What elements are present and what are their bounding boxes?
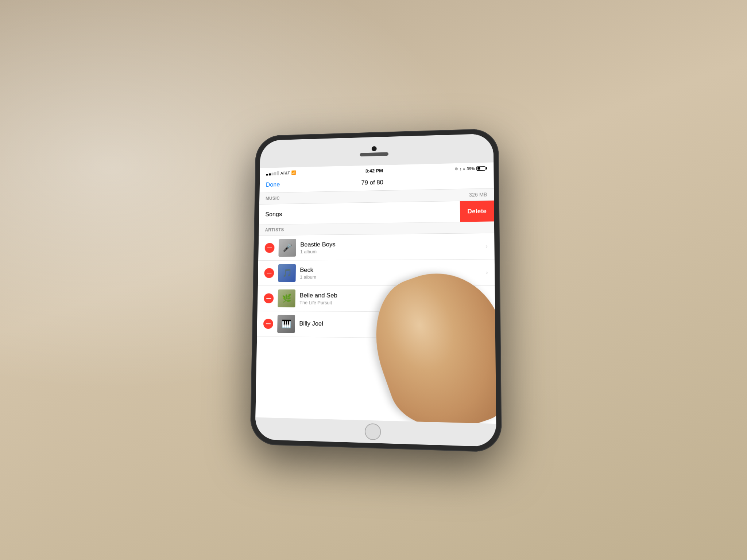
remove-button[interactable] bbox=[264, 293, 274, 304]
songs-label: Songs bbox=[265, 208, 463, 218]
arrow-icon: ↑ bbox=[460, 167, 462, 171]
artist-thumbnail: 🎹 bbox=[277, 315, 295, 333]
artist-row[interactable]: 🎤 Beastie Boys 1 album › bbox=[258, 233, 495, 261]
done-button[interactable]: Done bbox=[266, 181, 280, 188]
battery-fill bbox=[477, 167, 480, 170]
status-time: 3:42 PM bbox=[365, 168, 383, 174]
artist-thumbnail: 🎤 bbox=[278, 239, 296, 257]
battery-tip bbox=[486, 167, 487, 169]
artist-name: Beastie Boys bbox=[300, 240, 486, 248]
location-icon: ⊕ bbox=[455, 167, 458, 171]
minus-icon bbox=[266, 298, 271, 299]
status-left: AT&T 📶 bbox=[266, 170, 296, 175]
signal-dot-4 bbox=[274, 172, 276, 175]
home-button[interactable] bbox=[365, 423, 381, 440]
phone-screen: AT&T 📶 3:42 PM ⊕ ↑ ⁎ 39% bbox=[255, 162, 496, 424]
signal-dot-1 bbox=[266, 174, 268, 175]
earpiece bbox=[360, 152, 388, 156]
music-size: 326 MB bbox=[469, 191, 487, 198]
songs-row[interactable]: Songs 326 MB Delete bbox=[259, 201, 494, 225]
signal-dot-3 bbox=[271, 172, 274, 175]
minus-icon bbox=[267, 273, 271, 273]
nav-title: 79 of 80 bbox=[361, 179, 384, 187]
phone-device: AT&T 📶 3:42 PM ⊕ ↑ ⁎ 39% bbox=[250, 128, 502, 452]
chevron-icon: › bbox=[486, 243, 488, 249]
delete-button[interactable]: Delete bbox=[460, 201, 494, 222]
minus-icon bbox=[266, 323, 271, 324]
artist-thumbnail: 🌿 bbox=[278, 289, 295, 307]
carrier-label: AT&T bbox=[280, 171, 290, 175]
remove-button[interactable] bbox=[265, 243, 275, 253]
battery-body bbox=[476, 166, 485, 170]
phone-case: AT&T 📶 3:42 PM ⊕ ↑ ⁎ 39% bbox=[250, 128, 502, 452]
signal-dot-5 bbox=[277, 171, 279, 175]
nav-spacer bbox=[468, 180, 487, 181]
artist-info: Beastie Boys 1 album bbox=[300, 240, 486, 254]
signal-icon bbox=[266, 171, 279, 175]
remove-button[interactable] bbox=[264, 268, 274, 278]
artist-thumbnail: 🎵 bbox=[278, 264, 296, 282]
status-right: ⊕ ↑ ⁎ 39% bbox=[455, 166, 487, 171]
songs-row-content: Songs 326 MB bbox=[265, 207, 487, 218]
front-camera bbox=[372, 146, 377, 151]
artists-label: ARTISTS bbox=[265, 227, 284, 232]
battery-percent: 39% bbox=[467, 166, 475, 171]
minus-icon bbox=[267, 248, 272, 249]
artist-sub: 1 album bbox=[300, 248, 486, 254]
wifi-icon: 📶 bbox=[291, 170, 296, 175]
phone-body: AT&T 📶 3:42 PM ⊕ ↑ ⁎ 39% bbox=[255, 133, 496, 447]
battery-icon bbox=[476, 166, 487, 171]
music-label: MUSIC bbox=[266, 196, 280, 201]
signal-dot-2 bbox=[269, 173, 271, 175]
remove-button[interactable] bbox=[263, 319, 273, 329]
chevron-icon: › bbox=[486, 269, 488, 275]
bluetooth-icon: ⁎ bbox=[463, 166, 465, 171]
artist-name: Beck bbox=[300, 265, 486, 273]
